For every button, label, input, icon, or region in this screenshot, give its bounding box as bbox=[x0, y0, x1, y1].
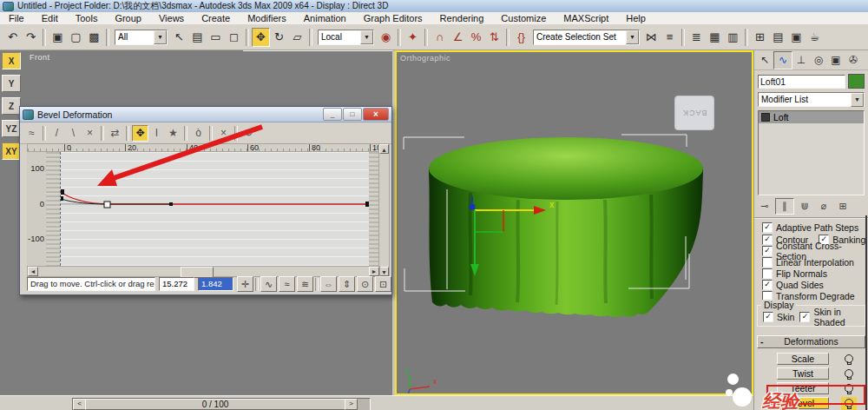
use-pivot-point-icon[interactable]: ◉ bbox=[377, 28, 395, 47]
curve-editor-icon[interactable]: ▦ bbox=[706, 28, 724, 47]
minimize-button[interactable]: _ bbox=[323, 108, 342, 121]
coord-y-field[interactable]: 1.842 bbox=[198, 277, 233, 291]
coordinate-system-dropdown[interactable]: Local ▼ bbox=[318, 30, 374, 45]
checkbox[interactable]: ✓ bbox=[762, 235, 773, 245]
time-slider-track[interactable]: < 0 / 100 > bbox=[72, 398, 371, 410]
menu-item[interactable]: Edit bbox=[33, 13, 67, 23]
zoom-value-extents-icon[interactable]: ≋ bbox=[297, 276, 313, 292]
mirror-icon[interactable]: ⋈ bbox=[642, 28, 661, 47]
menu-item[interactable]: Group bbox=[106, 13, 150, 23]
named-selection-set-dropdown[interactable]: Create Selection Set ▼ bbox=[533, 30, 640, 45]
unlink-selection-icon[interactable]: ▢ bbox=[67, 28, 85, 47]
axis-constraint-button[interactable]: Y bbox=[2, 75, 21, 92]
modify-tab[interactable]: ∿ bbox=[773, 51, 792, 69]
quick-render-icon[interactable]: ☕ bbox=[806, 28, 824, 47]
redo-icon[interactable]: ↷ bbox=[22, 28, 40, 47]
axis-constraint-button[interactable]: YZ bbox=[2, 120, 21, 137]
insert-corner-point-icon[interactable]: ★ bbox=[165, 125, 181, 142]
deformation-graph[interactable]: 1000-100 bbox=[27, 152, 380, 266]
pan-icon[interactable]: ✛ bbox=[237, 276, 253, 292]
modifier-list-dropdown[interactable]: Modifier List ▼ bbox=[758, 92, 865, 107]
display-tab[interactable]: ▣ bbox=[827, 52, 845, 69]
rendered-frame-icon[interactable]: ▣ bbox=[787, 28, 806, 47]
chevron-down-icon[interactable]: ▼ bbox=[851, 93, 864, 107]
axis-constraint-button[interactable]: XY bbox=[2, 142, 21, 160]
named-selection-sets-icon[interactable]: {} bbox=[512, 28, 530, 47]
checkbox[interactable]: ✓ bbox=[762, 257, 773, 268]
utilities-tab[interactable]: ✇ bbox=[845, 52, 862, 69]
option-checkbox-row[interactable]: ✓ Quad Sides bbox=[754, 280, 868, 291]
swap-deform-curves-icon[interactable]: ⇄ bbox=[107, 125, 123, 142]
object-color-swatch[interactable] bbox=[848, 74, 865, 89]
create-tab[interactable]: ↖ bbox=[756, 52, 773, 69]
menu-item[interactable]: Views bbox=[150, 13, 193, 23]
select-and-manipulate-icon[interactable]: ✦ bbox=[404, 28, 422, 47]
deformation-button[interactable]: Scale bbox=[777, 353, 829, 365]
select-and-rotate-icon[interactable]: ↻ bbox=[270, 28, 288, 47]
option-checkbox-row[interactable]: ✓ Skin in Shaded bbox=[799, 312, 863, 323]
select-by-name-icon[interactable]: ▤ bbox=[188, 28, 207, 47]
move-control-point-icon[interactable]: ✥ bbox=[132, 125, 148, 142]
chevron-down-icon[interactable]: ▼ bbox=[154, 30, 167, 44]
menu-item[interactable]: File bbox=[0, 13, 33, 23]
select-and-scale-icon[interactable]: ▱ bbox=[288, 28, 306, 47]
configure-modifier-sets-icon[interactable]: ⊞ bbox=[834, 199, 852, 214]
zoom-extents-icon[interactable]: ∿ bbox=[260, 276, 277, 292]
checkbox[interactable]: ✓ bbox=[762, 268, 773, 279]
checkbox[interactable]: ✓ bbox=[762, 222, 773, 233]
show-end-result-icon[interactable]: ∥ bbox=[775, 198, 794, 215]
checkbox[interactable]: ✓ bbox=[762, 280, 773, 290]
zoom-horizontal-extents-icon[interactable]: ≈ bbox=[279, 276, 295, 292]
zoom-region-icon[interactable]: ⊡ bbox=[375, 276, 391, 292]
deformation-button[interactable]: Twist bbox=[777, 367, 829, 380]
deformations-rollout-header[interactable]: - Deformations bbox=[757, 335, 865, 348]
align-icon[interactable]: ≡ bbox=[661, 28, 679, 47]
schematic-view-icon[interactable]: ▥ bbox=[724, 28, 742, 47]
menu-item[interactable]: Graph Editors bbox=[355, 13, 431, 23]
selection-filter-dropdown[interactable]: All ▼ bbox=[115, 30, 168, 45]
material-editor-icon[interactable]: ⊞ bbox=[751, 28, 769, 47]
spinner-snap-icon[interactable]: ⇅ bbox=[485, 28, 503, 47]
axis-constraint-button[interactable]: Z bbox=[2, 97, 21, 115]
maximize-button[interactable]: □ bbox=[343, 108, 362, 121]
option-checkbox-row[interactable]: ✓ Linear Interpolation bbox=[754, 257, 868, 268]
make-unique-icon[interactable]: ⋓ bbox=[796, 199, 813, 214]
menu-item[interactable]: Help bbox=[617, 13, 654, 23]
percent-snap-icon[interactable]: % bbox=[467, 28, 485, 47]
zoom-horizontally-icon[interactable]: ⇔ bbox=[320, 276, 337, 292]
zoom-icon[interactable]: ⊙ bbox=[357, 276, 373, 292]
menu-item[interactable]: MAXScript bbox=[555, 13, 617, 23]
previous-frame-button[interactable]: < bbox=[73, 399, 86, 410]
viewport-label[interactable]: Front bbox=[30, 53, 50, 62]
deformation-toggle[interactable] bbox=[841, 353, 857, 366]
menu-item[interactable]: Animation bbox=[295, 13, 355, 23]
display-y-axis-icon[interactable]: \ bbox=[65, 125, 82, 142]
vertical-scrollbar[interactable]: ▲ ▼ bbox=[378, 143, 390, 277]
make-symmetrical-icon[interactable]: ≈ bbox=[23, 125, 40, 142]
scale-control-point-icon[interactable]: I bbox=[148, 125, 165, 142]
select-and-move-icon[interactable]: ✥ bbox=[252, 28, 270, 47]
coord-x-field[interactable]: 15.272 bbox=[159, 277, 194, 291]
select-and-link-icon[interactable]: ▣ bbox=[49, 28, 67, 47]
option-checkbox-row[interactable]: ✓ Flip Normals bbox=[754, 268, 868, 280]
zoom-vertically-icon[interactable]: ⇕ bbox=[339, 276, 355, 292]
deformation-toggle[interactable] bbox=[841, 367, 857, 380]
stack-item-loft[interactable]: Loft bbox=[759, 111, 864, 123]
delete-control-point-icon[interactable]: × bbox=[215, 125, 232, 142]
motion-tab[interactable]: ◎ bbox=[810, 52, 827, 69]
layer-manager-icon[interactable]: ≣ bbox=[687, 28, 706, 47]
display-x-axis-icon[interactable]: / bbox=[49, 125, 65, 142]
select-object-icon[interactable]: ↖ bbox=[170, 28, 188, 47]
bind-to-space-warp-icon[interactable]: ▩ bbox=[85, 28, 103, 47]
bezier-point-icon[interactable]: ò bbox=[190, 125, 207, 142]
reset-curve-icon[interactable]: ↺ bbox=[240, 125, 257, 142]
rectangular-selection-region-icon[interactable]: ▭ bbox=[207, 28, 225, 47]
object-name-field[interactable]: Loft01 bbox=[758, 75, 845, 89]
menu-item[interactable]: Customize bbox=[492, 13, 555, 23]
option-checkbox-row[interactable]: ✓ Constant Cross-Section bbox=[754, 246, 868, 257]
menu-item[interactable]: Tools bbox=[67, 13, 107, 23]
option-checkbox-row[interactable]: ✓ Skin bbox=[763, 312, 794, 323]
orthographic-viewport[interactable]: Orthographic BACK bbox=[395, 50, 753, 395]
modifier-stack[interactable]: Loft bbox=[758, 110, 865, 195]
panel-scrollbar[interactable] bbox=[865, 215, 867, 410]
